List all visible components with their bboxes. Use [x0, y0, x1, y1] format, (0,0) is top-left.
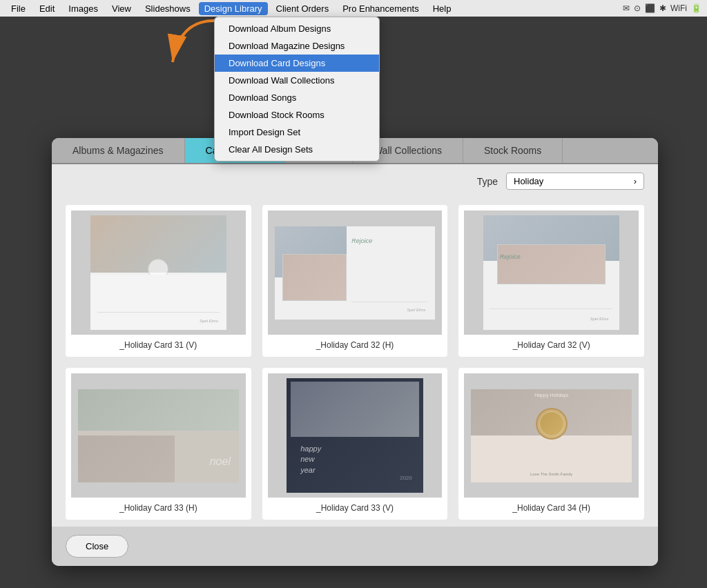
- menu-design-library[interactable]: Design Library: [199, 2, 268, 15]
- dropdown-import-design[interactable]: Import Design Set: [215, 124, 379, 141]
- card-label-32v: _Holiday Card 32 (V): [513, 340, 590, 350]
- dropdown-download-wall[interactable]: Download Wall Collections: [215, 72, 379, 89]
- close-button[interactable]: Close: [66, 535, 128, 558]
- card-preview-33h: noel: [71, 373, 246, 498]
- menu-file[interactable]: File: [6, 2, 31, 15]
- card-label-32h: _Holiday Card 32 (H): [316, 340, 394, 350]
- menu-pro-enhancements[interactable]: Pro Enhancements: [337, 2, 425, 15]
- list-item[interactable]: Spel Elms _Holiday Card 31 (V): [66, 205, 251, 357]
- dropdown-download-songs[interactable]: Download Songs: [215, 89, 379, 106]
- card-preview-31v: Spel Elms: [71, 210, 246, 335]
- list-item[interactable]: Rejoice Spel Elms _Holiday Card 32 (V): [458, 205, 644, 357]
- type-value: Holiday: [514, 176, 543, 186]
- dropdown-download-card[interactable]: Download Card Designs: [215, 55, 379, 72]
- type-filter-bar: Type Holiday ›: [52, 164, 658, 198]
- menu-images[interactable]: Images: [63, 2, 104, 15]
- menu-edit[interactable]: Edit: [34, 2, 60, 15]
- type-chevron-icon: ›: [634, 176, 637, 186]
- dropdown-download-album[interactable]: Download Album Designs: [215, 20, 379, 37]
- dialog-footer: Close: [52, 527, 658, 566]
- wifi-icon: WiFi: [670, 3, 687, 13]
- list-item[interactable]: happynewyear 2020 _Holiday Card 33 (V): [262, 368, 448, 520]
- card-label-33h: _Holiday Card 33 (H): [119, 503, 197, 513]
- type-label: Type: [477, 176, 498, 187]
- card-grid: Spel Elms _Holiday Card 31 (V) Rejoice S…: [52, 198, 658, 527]
- menu-slideshows[interactable]: Slideshows: [139, 2, 196, 15]
- design-library-dropdown: Download Album Designs Download Magazine…: [214, 17, 380, 161]
- list-item[interactable]: noel _Holiday Card 33 (H): [66, 368, 251, 520]
- menu-help[interactable]: Help: [427, 2, 457, 15]
- menu-client-orders[interactable]: Client Orders: [271, 2, 335, 15]
- list-item[interactable]: Happy Holidays Love The Smith Family _Ho…: [458, 368, 644, 520]
- dropdown-clear-all[interactable]: Clear All Design Sets: [215, 141, 379, 158]
- card-label-34h: _Holiday Card 34 (H): [512, 503, 590, 513]
- card-preview-33v: happynewyear 2020: [268, 373, 443, 498]
- airplay-icon: ⬛: [645, 3, 655, 13]
- list-item[interactable]: Rejoice Spel Elms _Holiday Card 32 (H): [262, 205, 448, 357]
- dialog-body: Type Holiday › Spel Elms _H: [52, 164, 658, 527]
- tab-albums[interactable]: Albums & Magazines: [52, 138, 185, 163]
- status-icons: ✉ ⊙ ⬛ ✱ WiFi 🔋: [623, 3, 701, 13]
- card-preview-34h: Happy Holidays Love The Smith Family: [464, 373, 639, 498]
- circle-icon: ⊙: [634, 3, 641, 13]
- tab-stock-rooms[interactable]: Stock Rooms: [463, 138, 563, 163]
- card-preview-32h: Rejoice Spel Elms: [268, 210, 443, 335]
- menu-view[interactable]: View: [106, 2, 137, 15]
- dropdown-download-stock[interactable]: Download Stock Rooms: [215, 106, 379, 124]
- email-icon: ✉: [623, 3, 630, 13]
- card-label-33v: _Holiday Card 33 (V): [316, 503, 394, 513]
- card-preview-32v: Rejoice Spel Elms: [464, 210, 639, 335]
- menubar: File Edit Images View Slideshows Design …: [0, 0, 707, 17]
- card-label-31v: _Holiday Card 31 (V): [119, 340, 197, 350]
- dropdown-download-magazine[interactable]: Download Magazine Designs: [215, 37, 379, 55]
- bluetooth-icon: ✱: [659, 3, 666, 13]
- type-select[interactable]: Holiday ›: [506, 173, 644, 190]
- design-library-dialog: Albums & Magazines Card Designs Music Wa…: [52, 138, 658, 566]
- battery-icon: 🔋: [691, 3, 701, 13]
